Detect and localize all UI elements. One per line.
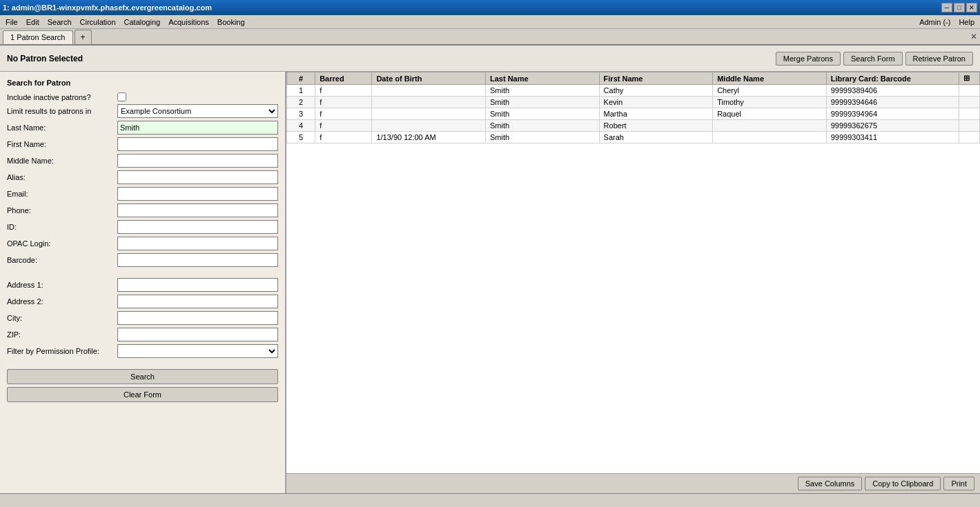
cell-middlename: Timothy bbox=[713, 97, 827, 108]
clear-form-button[interactable]: Clear Form bbox=[7, 387, 278, 402]
cell-firstname: Martha bbox=[599, 108, 713, 120]
print-button[interactable]: Print bbox=[943, 477, 974, 490]
address1-label: Address 1: bbox=[7, 281, 117, 289]
city-row: City: bbox=[7, 311, 278, 325]
phone-label: Phone: bbox=[7, 206, 117, 215]
city-label: City: bbox=[7, 314, 117, 322]
zip-label: ZIP: bbox=[7, 330, 117, 339]
zip-input[interactable] bbox=[117, 328, 278, 341]
content-area: Search for Patron Include inactive patro… bbox=[0, 72, 980, 493]
minimize-button[interactable]: ─ bbox=[941, 3, 952, 12]
menu-search[interactable]: Search bbox=[43, 17, 76, 28]
middle-name-input[interactable] bbox=[117, 154, 278, 168]
col-header-firstname[interactable]: First Name bbox=[599, 72, 713, 85]
close-button[interactable]: ✕ bbox=[966, 3, 977, 12]
phone-row: Phone: bbox=[7, 203, 278, 217]
retrieve-patron-button[interactable]: Retrieve Patron bbox=[905, 52, 973, 66]
tab-add[interactable]: + bbox=[75, 30, 92, 44]
search-panel: Search for Patron Include inactive patro… bbox=[0, 72, 286, 493]
address2-input[interactable] bbox=[117, 295, 278, 308]
menu-booking[interactable]: Booking bbox=[213, 17, 249, 28]
cell-num: 5 bbox=[287, 132, 315, 143]
merge-patrons-button[interactable]: Merge Patrons bbox=[776, 52, 841, 66]
alias-input[interactable] bbox=[117, 170, 278, 184]
id-input[interactable] bbox=[117, 220, 278, 234]
status-bar bbox=[0, 493, 980, 507]
search-form-button[interactable]: Search Form bbox=[843, 52, 903, 66]
address1-input[interactable] bbox=[117, 278, 278, 292]
col-header-barred[interactable]: Barred bbox=[315, 72, 372, 85]
tab-close-icon[interactable]: ✕ bbox=[970, 32, 977, 41]
search-button[interactable]: Search bbox=[7, 369, 278, 384]
cell-barcode: 99999389406 bbox=[826, 85, 959, 97]
title-bar-text: 1: admin@BR1-winxpvmfx.phasefx.evergreen… bbox=[3, 3, 212, 12]
first-name-input[interactable] bbox=[117, 137, 278, 151]
menu-acquisitions[interactable]: Acquisitions bbox=[164, 17, 213, 28]
maximize-button[interactable]: □ bbox=[954, 3, 965, 12]
table-row[interactable]: 4 f Smith Robert 99999362675 bbox=[287, 120, 980, 132]
opac-login-input[interactable] bbox=[117, 237, 278, 250]
admin-menu[interactable]: Admin (-) bbox=[915, 17, 954, 28]
menu-edit[interactable]: Edit bbox=[22, 17, 43, 28]
col-header-middlename[interactable]: Middle Name bbox=[713, 72, 827, 85]
col-header-expand[interactable]: ⊞ bbox=[959, 72, 979, 85]
col-header-dob[interactable]: Date of Birth bbox=[372, 72, 486, 85]
include-inactive-label: Include inactive patrons? bbox=[7, 93, 117, 101]
table-row[interactable]: 3 f Smith Martha Raquel 99999394964 bbox=[287, 108, 980, 120]
title-bar: 1: admin@BR1-winxpvmfx.phasefx.evergreen… bbox=[0, 0, 980, 15]
id-label: ID: bbox=[7, 223, 117, 231]
phone-input[interactable] bbox=[117, 203, 278, 217]
title-bar-buttons: ─ □ ✕ bbox=[941, 3, 977, 12]
col-header-barcode[interactable]: Library Card: Barcode bbox=[826, 72, 959, 85]
cell-firstname: Robert bbox=[599, 120, 713, 132]
cell-middlename bbox=[713, 132, 827, 143]
first-name-label: First Name: bbox=[7, 140, 117, 148]
limit-results-row: Limit results to patrons in Example Cons… bbox=[7, 104, 278, 118]
barcode-row: Barcode: bbox=[7, 253, 278, 267]
cell-num: 1 bbox=[287, 85, 315, 97]
cell-num: 2 bbox=[287, 97, 315, 108]
city-input[interactable] bbox=[117, 311, 278, 325]
menu-circulation[interactable]: Circulation bbox=[76, 17, 120, 28]
email-row: Email: bbox=[7, 187, 278, 201]
cell-barcode: 99999303411 bbox=[826, 132, 959, 143]
cell-barcode: 99999362675 bbox=[826, 120, 959, 132]
cell-dob bbox=[372, 85, 486, 97]
copy-to-clipboard-button[interactable]: Copy to Clipboard bbox=[865, 477, 941, 490]
col-header-num[interactable]: # bbox=[287, 72, 315, 85]
permission-profile-select[interactable] bbox=[117, 344, 278, 358]
tab-bar: 1 Patron Search + ✕ bbox=[0, 29, 980, 46]
barcode-input[interactable] bbox=[117, 253, 278, 267]
permission-profile-row: Filter by Permission Profile: bbox=[7, 344, 278, 358]
table-row[interactable]: 1 f Smith Cathy Cheryl 99999389406 bbox=[287, 85, 980, 97]
status-text bbox=[3, 497, 5, 504]
save-columns-button[interactable]: Save Columns bbox=[798, 477, 863, 490]
cell-firstname: Sarah bbox=[599, 132, 713, 143]
menu-file[interactable]: File bbox=[1, 17, 22, 28]
cell-num: 3 bbox=[287, 108, 315, 120]
col-header-lastname[interactable]: Last Name bbox=[486, 72, 600, 85]
cell-middlename bbox=[713, 120, 827, 132]
address1-row: Address 1: bbox=[7, 278, 278, 292]
menu-cataloging[interactable]: Cataloging bbox=[120, 17, 165, 28]
cell-barred: f bbox=[315, 85, 372, 97]
first-name-row: First Name: bbox=[7, 137, 278, 151]
middle-name-row: Middle Name: bbox=[7, 154, 278, 168]
address2-row: Address 2: bbox=[7, 295, 278, 308]
email-input[interactable] bbox=[117, 187, 278, 201]
cell-dob bbox=[372, 120, 486, 132]
include-inactive-checkbox[interactable] bbox=[117, 92, 126, 101]
limit-results-select[interactable]: Example Consortium bbox=[117, 104, 278, 118]
opac-login-row: OPAC Login: bbox=[7, 237, 278, 250]
help-menu[interactable]: Help bbox=[954, 17, 979, 28]
cell-expand bbox=[959, 108, 979, 120]
tab-patron-search[interactable]: 1 Patron Search bbox=[3, 30, 73, 44]
opac-login-label: OPAC Login: bbox=[7, 239, 117, 248]
last-name-input[interactable] bbox=[117, 121, 278, 135]
patron-status: No Patron Selected bbox=[7, 54, 83, 63]
table-row[interactable]: 5 f 1/13/90 12:00 AM Smith Sarah 9999930… bbox=[287, 132, 980, 143]
results-footer: Save Columns Copy to Clipboard Print bbox=[286, 473, 980, 493]
table-row[interactable]: 2 f Smith Kevin Timothy 99999394646 bbox=[287, 97, 980, 108]
cell-lastname: Smith bbox=[486, 132, 600, 143]
cell-barred: f bbox=[315, 132, 372, 143]
